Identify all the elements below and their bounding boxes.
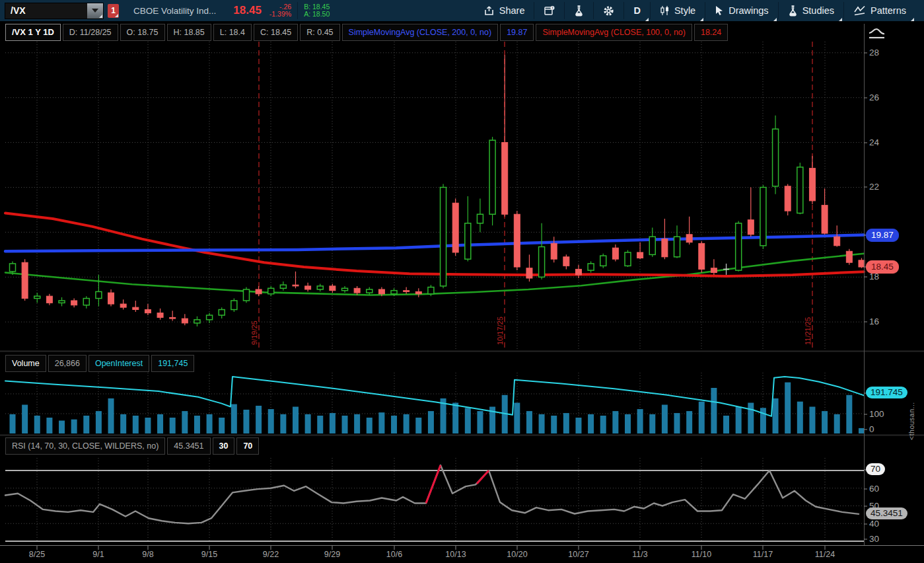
rsi-cell-2[interactable]: 30 bbox=[213, 437, 235, 455]
ohlc-cell-2[interactable]: H: 18.85 bbox=[167, 24, 211, 41]
chart-plot-area[interactable]: 9/19/2510/17/2511/21/25 bbox=[0, 0, 924, 563]
date-axis-label: 10/27 bbox=[568, 550, 588, 559]
ohlc-cell-6[interactable]: SimpleMovingAvg (CLOSE, 200, 0, no) bbox=[342, 24, 499, 41]
price-axis-label: 24 bbox=[869, 137, 879, 147]
volume-cell-0[interactable]: Volume bbox=[5, 355, 46, 372]
volume-axis-label: 0 bbox=[869, 424, 874, 434]
date-axis-label: 9/22 bbox=[263, 550, 279, 559]
chart-title-cell[interactable]: /VX 1 Y 1D bbox=[5, 24, 61, 41]
price-pill: 19.87 bbox=[866, 229, 899, 242]
svg-text:11/21/25: 11/21/25 bbox=[804, 317, 812, 345]
rsi-axis-label: 30 bbox=[869, 534, 879, 544]
date-axis-label: 11/10 bbox=[692, 550, 711, 559]
svg-text:9/19/25: 9/19/25 bbox=[250, 320, 258, 345]
ohlc-cell-9[interactable]: 18.24 bbox=[694, 24, 728, 41]
ohlc-cell-5[interactable]: R: 0.45 bbox=[300, 24, 339, 41]
volume-cell-3[interactable]: 191,745 bbox=[151, 355, 194, 372]
ohlc-cell-1[interactable]: O: 18.75 bbox=[120, 24, 165, 41]
date-axis-label: 8/25 bbox=[29, 550, 45, 559]
date-axis-label: 9/29 bbox=[324, 550, 340, 559]
rsi-value-pill: 45.3451 bbox=[866, 507, 907, 519]
date-axis-label: 11/17 bbox=[753, 550, 773, 559]
date-axis-label: 10/13 bbox=[445, 550, 466, 559]
volume-pane-header: Volume26,866OpenInterest191,745 bbox=[5, 355, 196, 372]
rsi-cell-1[interactable]: 45.3451 bbox=[167, 437, 210, 455]
volume-axis-label: 100 bbox=[869, 409, 884, 419]
ohlc-cell-8[interactable]: SimpleMovingAvg (CLOSE, 100, 0, no) bbox=[536, 24, 692, 41]
rsi-pane-header: RSI (14, 70, 30, CLOSE, WILDERS, no)45.3… bbox=[5, 437, 261, 455]
rsi-cell-0[interactable]: RSI (14, 70, 30, CLOSE, WILDERS, no) bbox=[5, 437, 165, 455]
date-axis-label: 10/20 bbox=[507, 550, 527, 559]
ohlc-cell-3[interactable]: L: 18.4 bbox=[213, 24, 252, 41]
ohlc-cell-4[interactable]: C: 18.45 bbox=[254, 24, 298, 41]
volume-unit-label: <thousan... bbox=[907, 374, 915, 440]
thinkorswim-chart-window: /VX 1 CBOE Volatility Ind... 18.45 -.26 … bbox=[0, 0, 924, 563]
date-axis-label: 10/6 bbox=[386, 550, 402, 559]
main-chart-header: /VX 1 Y 1D D: 11/28/25O: 18.75H: 18.85L:… bbox=[5, 24, 730, 41]
chart-scale-icon[interactable] bbox=[867, 26, 887, 44]
volume-cell-2[interactable]: OpenInterest bbox=[89, 355, 149, 372]
rsi-axis-label: 60 bbox=[869, 484, 879, 494]
svg-text:10/17/25: 10/17/25 bbox=[496, 317, 504, 345]
date-axis-label: 9/1 bbox=[92, 550, 104, 559]
date-axis-label: 9/15 bbox=[201, 550, 217, 559]
rsi-axis-label: 40 bbox=[869, 519, 879, 529]
price-axis-label: 22 bbox=[869, 182, 879, 192]
price-axis-label: 26 bbox=[869, 93, 879, 102]
price-axis-label: 16 bbox=[869, 317, 879, 326]
ohlc-cell-7[interactable]: 19.87 bbox=[500, 24, 534, 41]
rsi-cell-3[interactable]: 70 bbox=[236, 437, 259, 455]
rsi-70-pill: 70 bbox=[866, 463, 885, 475]
open-interest-pill: 191.745 bbox=[866, 387, 907, 398]
ohlc-cell-0[interactable]: D: 11/28/25 bbox=[63, 24, 118, 41]
price-pill: 18.45 bbox=[866, 260, 899, 274]
volume-cell-1[interactable]: 26,866 bbox=[48, 355, 87, 372]
date-axis-label: 11/3 bbox=[632, 550, 647, 559]
date-axis-label: 9/8 bbox=[142, 550, 153, 559]
date-axis-label: 11/24 bbox=[815, 550, 835, 559]
price-axis-label: 28 bbox=[869, 48, 879, 57]
